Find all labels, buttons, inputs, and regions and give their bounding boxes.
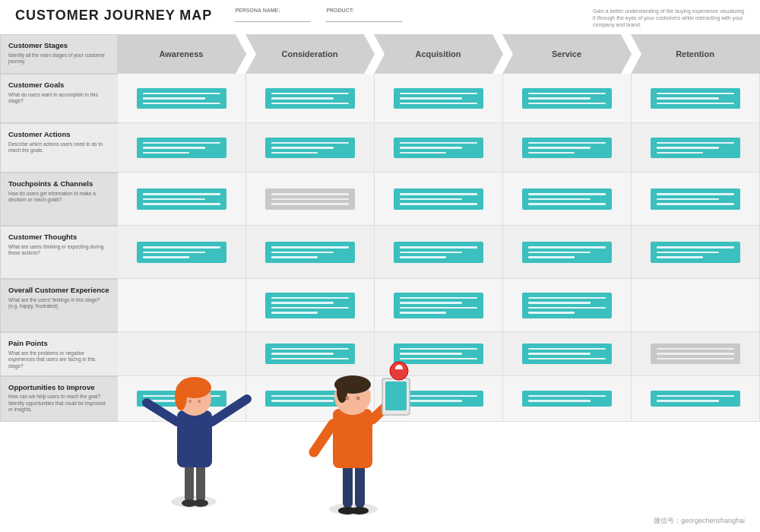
- stages-desc: Identify all the main stages of your cus…: [8, 52, 110, 65]
- pain-consideration[interactable]: [246, 332, 375, 376]
- thoughts-consideration[interactable]: [246, 226, 375, 279]
- thoughts-awareness[interactable]: [118, 226, 246, 279]
- experience-retention[interactable]: [632, 279, 760, 332]
- svg-rect-2: [196, 464, 205, 502]
- thoughts-awareness-block: [137, 242, 227, 263]
- actions-retention[interactable]: [632, 123, 760, 173]
- opp-acquisition-block: [394, 391, 484, 407]
- svg-line-17: [314, 424, 333, 452]
- goals-service-block: [522, 88, 613, 109]
- actions-acquisition-block: [394, 138, 484, 159]
- goals-consideration-block: [265, 88, 356, 109]
- page-title: CUSTOMER JOURNEY MAP: [15, 8, 212, 24]
- persona-label: PERSONA NAME:: [235, 8, 311, 13]
- page-wrapper: CUSTOMER JOURNEY MAP PERSONA NAME: PRODU…: [0, 0, 760, 532]
- opp-acquisition[interactable]: [375, 376, 503, 422]
- goals-awareness[interactable]: [118, 74, 246, 123]
- goals-awareness-block: [137, 88, 227, 109]
- actions-desc: Describe which actions users need to do …: [8, 141, 110, 154]
- goals-acquisition[interactable]: [375, 74, 503, 123]
- stages-row-label: Customer Stages Identify all the main st…: [0, 34, 118, 74]
- header-fields: PERSONA NAME: PRODUCT:: [235, 8, 593, 22]
- actions-retention-block: [651, 138, 741, 159]
- opportunities-desc: How can we help users to reach the goal?…: [8, 394, 110, 413]
- opportunities-title: Opportunities to Improve: [8, 383, 110, 392]
- pain-awareness[interactable]: [118, 332, 246, 376]
- opp-awareness[interactable]: [118, 376, 246, 422]
- actions-title: Customer Actions: [8, 130, 110, 139]
- pain-service[interactable]: [503, 332, 632, 376]
- opportunities-row-label: Opportunities to Improve How can we help…: [0, 376, 118, 422]
- pain-row-label: Pain Points What are the problems or neg…: [0, 332, 118, 376]
- pain-retention[interactable]: [632, 332, 760, 376]
- thoughts-acquisition-block: [394, 242, 484, 263]
- touchpoints-retention[interactable]: [632, 173, 760, 226]
- experience-consideration[interactable]: [246, 279, 375, 332]
- thoughts-retention-block: [651, 242, 741, 263]
- opp-consideration[interactable]: [246, 376, 375, 422]
- svg-point-26: [338, 507, 356, 515]
- experience-awareness[interactable]: [118, 279, 246, 332]
- opp-service[interactable]: [503, 376, 632, 422]
- experience-service-block: [522, 293, 613, 318]
- svg-point-12: [193, 499, 208, 507]
- touchpoints-consideration[interactable]: [246, 173, 375, 226]
- product-input-line[interactable]: [326, 13, 402, 22]
- experience-service[interactable]: [503, 279, 632, 332]
- opp-service-block: [522, 391, 613, 407]
- opp-retention-block: [651, 391, 741, 407]
- experience-acquisition-block: [394, 293, 484, 318]
- stage-awareness: Awareness: [117, 34, 246, 74]
- experience-desc: What are the users' feelings in this sta…: [8, 297, 110, 310]
- goals-desc: What do users want to accomplish in this…: [8, 92, 110, 105]
- experience-acquisition[interactable]: [375, 279, 503, 332]
- experience-row-label: Overall Customer Experience What are the…: [0, 279, 118, 332]
- stage-acquisition: Acquisition: [374, 34, 503, 74]
- opp-awareness-block: [137, 391, 227, 407]
- goals-service[interactable]: [503, 74, 632, 123]
- goals-retention[interactable]: [632, 74, 760, 123]
- svg-point-13: [329, 503, 378, 515]
- journey-grid: Customer Stages Identify all the main st…: [0, 34, 760, 422]
- actions-acquisition[interactable]: [375, 123, 503, 173]
- thoughts-row-label: Customer Thoughts What are users thinkin…: [0, 226, 118, 279]
- thoughts-title: Customer Thoughts: [8, 233, 110, 242]
- experience-title: Overall Customer Experience: [8, 286, 110, 295]
- header: CUSTOMER JOURNEY MAP PERSONA NAME: PRODU…: [0, 0, 760, 33]
- svg-point-11: [182, 499, 197, 507]
- persona-input-line[interactable]: [235, 13, 311, 22]
- pain-acquisition[interactable]: [375, 332, 503, 376]
- pain-service-block: [522, 344, 613, 365]
- touchpoints-awareness[interactable]: [118, 173, 246, 226]
- goals-consideration[interactable]: [246, 74, 375, 123]
- stage-consideration: Consideration: [245, 34, 375, 74]
- actions-awareness-block: [137, 138, 227, 159]
- actions-service[interactable]: [503, 123, 632, 173]
- persona-field: PERSONA NAME:: [235, 8, 311, 22]
- svg-point-0: [171, 496, 217, 508]
- actions-awareness[interactable]: [118, 123, 246, 173]
- thoughts-service[interactable]: [503, 226, 632, 279]
- product-label: PRODUCT:: [326, 8, 402, 13]
- touchpoints-awareness-block: [137, 188, 227, 210]
- touchpoints-acquisition[interactable]: [375, 173, 503, 226]
- svg-rect-1: [185, 464, 194, 502]
- actions-consideration[interactable]: [246, 123, 375, 173]
- thoughts-desc: What are users thinking or expecting dur…: [8, 244, 110, 257]
- touchpoints-desc: How do users get information to make a d…: [8, 191, 110, 204]
- thoughts-acquisition[interactable]: [375, 226, 503, 279]
- svg-point-27: [350, 507, 369, 515]
- touchpoints-acquisition-block: [394, 188, 484, 210]
- watermark: 微信号：georgechenshanghai: [654, 516, 745, 526]
- opp-retention[interactable]: [632, 376, 760, 422]
- stage-retention: Retention: [631, 34, 760, 74]
- touchpoints-row-label: Touchpoints & Channels How do users get …: [0, 173, 118, 226]
- header-description: Gain a better understanding of the buyin…: [593, 8, 745, 28]
- touchpoints-consideration-block: [265, 188, 356, 210]
- thoughts-retention[interactable]: [632, 226, 760, 279]
- goals-row-label: Customer Goals What do users want to acc…: [0, 74, 118, 123]
- touchpoints-service[interactable]: [503, 173, 632, 226]
- goals-title: Customer Goals: [8, 81, 110, 90]
- pain-retention-block: [651, 344, 741, 365]
- pain-consideration-block: [265, 344, 356, 365]
